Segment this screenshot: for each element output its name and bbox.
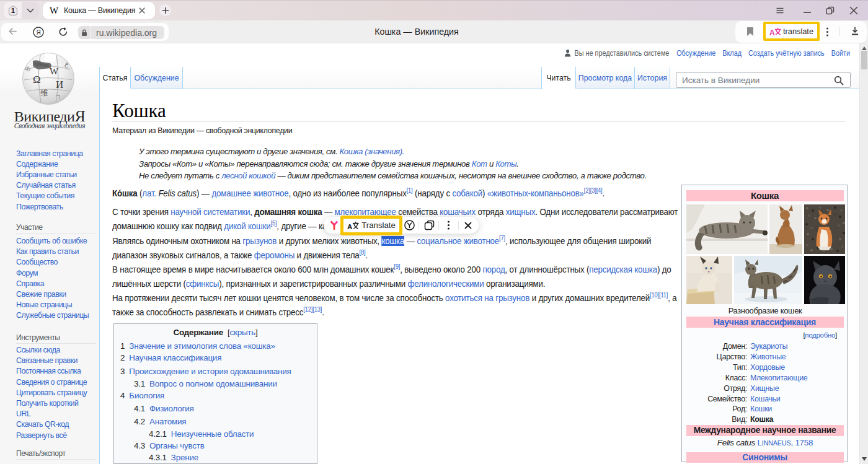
svg-text:Я: Я [36, 29, 40, 36]
svg-text:维: 维 [40, 89, 48, 97]
svg-text:W: W [50, 6, 59, 15]
svg-text:A: A [769, 28, 775, 37]
svg-text:W: W [50, 66, 59, 76]
svg-text:1: 1 [11, 7, 15, 14]
svg-text:И: И [56, 79, 63, 90]
svg-text:ר: ר [56, 92, 60, 101]
svg-text:A: A [347, 223, 352, 230]
svg-text:Ω: Ω [33, 74, 40, 85]
